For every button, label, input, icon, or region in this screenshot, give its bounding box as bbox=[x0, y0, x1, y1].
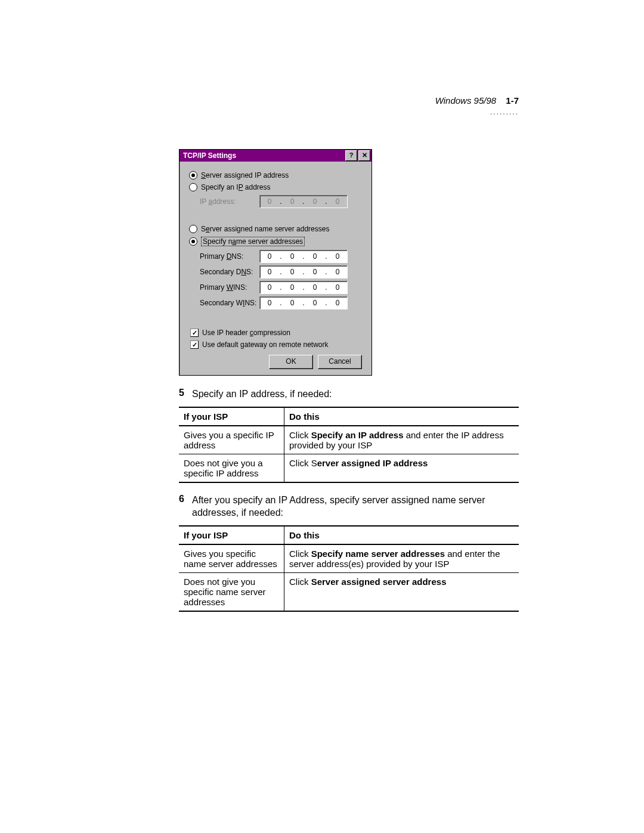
step-5: 5 Specify an IP address, if needed: bbox=[179, 388, 519, 401]
table-row: Does not give you specific name server a… bbox=[179, 572, 519, 611]
checkbox-header-compression[interactable]: Use IP header compression bbox=[190, 329, 362, 337]
radio-specify-ip[interactable]: Specify an IP address bbox=[189, 183, 362, 191]
table-header: Do this bbox=[284, 526, 519, 544]
checkbox-default-gateway[interactable]: Use default gateway on remote network bbox=[190, 340, 362, 349]
secondary-dns-input[interactable]: 0. 0. 0. 0 bbox=[259, 265, 348, 278]
header-section: Windows 95/98 bbox=[435, 95, 496, 106]
radio-server-assigned-ns[interactable]: Server assigned name server addresses bbox=[189, 225, 362, 233]
cancel-button[interactable]: Cancel bbox=[318, 355, 362, 369]
secondary-wins-input[interactable]: 0. 0. 0. 0 bbox=[259, 296, 348, 309]
step-6: 6 After you specify an IP Address, speci… bbox=[179, 494, 519, 519]
primary-dns-label: Primary DNS: bbox=[200, 252, 259, 261]
primary-wins-label: Primary WINS: bbox=[200, 283, 259, 292]
step-text: After you specify an IP Address, specify… bbox=[192, 494, 519, 519]
help-button[interactable]: ? bbox=[345, 150, 357, 161]
radio-server-assigned-ip[interactable]: Server assigned IP address bbox=[189, 171, 362, 179]
table-header: If your ISP bbox=[179, 407, 284, 426]
primary-wins-input[interactable]: 0. 0. 0. 0 bbox=[259, 281, 348, 294]
step-text: Specify an IP address, if needed: bbox=[192, 388, 519, 401]
table-row: Gives you a specific IP address Click Sp… bbox=[179, 426, 519, 454]
step-number: 6 bbox=[179, 494, 192, 519]
radio-icon bbox=[189, 183, 197, 191]
close-button[interactable]: ✕ bbox=[358, 150, 370, 161]
radio-icon bbox=[189, 171, 197, 179]
secondary-wins-label: Secondary WINS: bbox=[200, 299, 259, 307]
table-ns-instructions: If your ISP Do this Gives you specific n… bbox=[179, 525, 519, 612]
primary-dns-input[interactable]: 0. 0. 0. 0 bbox=[259, 250, 348, 263]
radio-specify-ns[interactable]: Specify name server addresses bbox=[189, 237, 362, 246]
dialog-title: TCP/IP Settings bbox=[183, 151, 344, 160]
radio-icon bbox=[189, 225, 197, 233]
header-page-number: 1-7 bbox=[506, 95, 519, 106]
dialog-titlebar: TCP/IP Settings ? ✕ bbox=[179, 150, 371, 162]
page-header: Windows 95/98 1-7 ......... bbox=[435, 95, 519, 116]
step-number: 5 bbox=[179, 388, 192, 401]
ip-address-label: IP address: bbox=[200, 197, 259, 206]
table-header: Do this bbox=[284, 407, 519, 426]
header-dots: ......... bbox=[435, 108, 519, 116]
ip-address-input: 0. 0. 0. 0 bbox=[259, 195, 348, 208]
table-row: Gives you specific name server addresses… bbox=[179, 544, 519, 573]
table-row: Does not give you a specific IP address … bbox=[179, 454, 519, 482]
checkbox-icon bbox=[190, 329, 199, 337]
radio-icon bbox=[189, 237, 197, 246]
tcpip-settings-dialog: TCP/IP Settings ? ✕ Server assigned IP a… bbox=[179, 149, 372, 376]
table-header: If your ISP bbox=[179, 526, 284, 544]
ok-button[interactable]: OK bbox=[269, 355, 313, 369]
table-ip-instructions: If your ISP Do this Gives you a specific… bbox=[179, 407, 519, 483]
checkbox-icon bbox=[190, 340, 199, 349]
secondary-dns-label: Secondary DNS: bbox=[200, 268, 259, 276]
